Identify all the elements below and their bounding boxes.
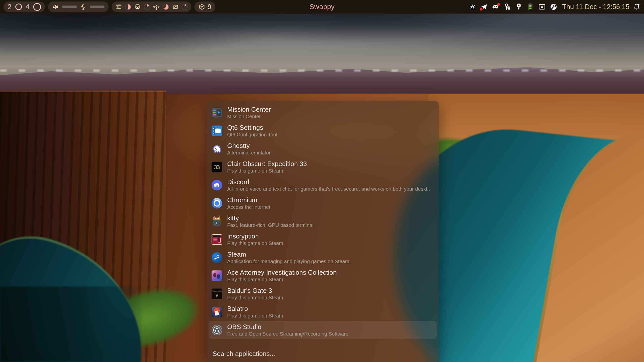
- app-name: Ghostty: [227, 142, 270, 150]
- discord-icon: [212, 180, 222, 190]
- app-description: Fast, feature-rich, GPU based terminal: [227, 222, 313, 228]
- usage-gauge-3: [163, 4, 169, 10]
- system-monitor: [112, 2, 191, 12]
- clair-33-glyph: 33: [214, 164, 220, 171]
- network-tray-icon[interactable]: [538, 3, 546, 11]
- kitty-prompt-glyph: ❯_: [215, 221, 219, 225]
- workspace-4-label[interactable]: 4: [26, 3, 30, 11]
- package-icon: [198, 4, 205, 10]
- mic-slider[interactable]: [90, 6, 105, 8]
- key-tray-icon[interactable]: [503, 3, 511, 11]
- app-name: Baldur's Gate 3: [227, 287, 283, 295]
- updates-indicator[interactable]: 9: [194, 2, 215, 12]
- app-row-baldurs-gate-3[interactable]: Baldur's Gate Baldur's Gate 3Play this g…: [209, 285, 437, 303]
- app-row-steam[interactable]: SteamApplication for managing and playin…: [209, 249, 437, 267]
- app-name: Inscryption: [227, 232, 283, 240]
- ace-attorney-icon: [212, 270, 222, 281]
- ram-icon: [172, 3, 179, 10]
- app-name: Clair Obscur: Expedition 33: [227, 160, 307, 168]
- inscryption-icon: [212, 234, 222, 245]
- battery-tray-icon[interactable]: [526, 3, 534, 11]
- qt6-settings-icon: [212, 126, 222, 136]
- audio-controls: [48, 2, 109, 12]
- desktop: 2 4: [0, 0, 644, 362]
- obs-studio-icon: [212, 325, 222, 335]
- steam-tray-icon[interactable]: [550, 3, 558, 11]
- discord-tray-icon[interactable]: [492, 3, 500, 11]
- top-bar-right: Thu 11 Dec - 12:56:15: [468, 3, 640, 11]
- app-description: Play this game on Steam: [227, 295, 283, 301]
- app-description: Access the Internet: [227, 204, 270, 210]
- workspace-dot[interactable]: [15, 4, 22, 10]
- notification-bell-icon[interactable]: [633, 3, 640, 11]
- app-row-inscryption[interactable]: InscryptionPlay this game on Steam: [209, 230, 437, 249]
- clair-obscur-icon: 33: [212, 162, 222, 172]
- app-name: Qt6 Settings: [227, 124, 277, 132]
- mission-center-icon: [212, 107, 222, 118]
- app-name: OBS Studio: [227, 323, 348, 331]
- balatro-icon: [212, 307, 222, 317]
- updates-count: 9: [208, 3, 211, 11]
- app-name: Chromium: [227, 196, 270, 204]
- ghostty-prompt-glyph: ❯_: [215, 148, 219, 151]
- app-name: kitty: [227, 214, 313, 222]
- app-row-mission-center[interactable]: Mission CenterMission Center: [209, 104, 437, 122]
- gpu-circuit-icon: [153, 3, 160, 10]
- memory-icon: [115, 3, 122, 10]
- keyhole-tray-icon[interactable]: [515, 3, 523, 11]
- app-list: Mission CenterMission Center Qt6 Setting…: [207, 104, 439, 339]
- app-description: All-in-one voice and text chat for gamer…: [227, 186, 430, 192]
- app-name: Mission Center: [227, 106, 271, 113]
- window-title: Swappy: [310, 0, 335, 14]
- steam-icon: [212, 252, 222, 263]
- usage-gauge-1: [125, 4, 131, 10]
- app-row-ace-attorney[interactable]: Ace Attorney Investigations CollectionPl…: [209, 267, 437, 285]
- app-row-clair-obscur[interactable]: 33 Clair Obscur: Expedition 33Play this …: [209, 158, 437, 176]
- steelseries-tray-icon[interactable]: [468, 3, 477, 11]
- app-name: Discord: [227, 178, 430, 186]
- microphone-icon[interactable]: [80, 3, 87, 10]
- workspace-dot-active[interactable]: [33, 3, 41, 11]
- speaker-icon[interactable]: [52, 3, 59, 10]
- app-name: Ace Attorney Investigations Collection: [227, 269, 337, 276]
- app-description: Qt6 Configuration Tool: [227, 132, 277, 138]
- chromium-icon: [212, 198, 222, 209]
- ghostty-icon: ❯_: [212, 144, 222, 154]
- app-description: Play this game on Steam: [227, 240, 283, 247]
- app-description: Play this game on Steam: [227, 276, 337, 283]
- volume-slider[interactable]: [62, 6, 77, 8]
- usage-gauge-4: [182, 4, 188, 10]
- telegram-tray-icon[interactable]: [480, 3, 488, 11]
- app-description: Mission Center: [227, 113, 271, 120]
- app-description: A terminal emulator: [227, 150, 270, 156]
- baldurs-gate-icon: Baldur's Gate: [212, 289, 222, 299]
- app-row-ghostty[interactable]: ❯_ GhosttyA terminal emulator: [209, 140, 437, 158]
- bg3-logo-text: Baldur's Gate: [212, 290, 222, 292]
- app-row-discord[interactable]: DiscordAll-in-one voice and text chat fo…: [209, 176, 437, 194]
- app-description: Play this game on Steam: [227, 168, 307, 174]
- top-bar: 2 4: [0, 0, 644, 14]
- app-row-qt6-settings[interactable]: Qt6 SettingsQt6 Configuration Tool: [209, 122, 437, 140]
- app-name: Balatro: [227, 305, 283, 313]
- usage-gauge-2: [144, 4, 150, 10]
- app-row-obs-studio[interactable]: OBS StudioFree and Open Source Streaming…: [209, 321, 437, 339]
- app-launcher: Mission CenterMission Center Qt6 Setting…: [207, 101, 439, 362]
- cpu-icon: [134, 3, 141, 10]
- clock[interactable]: Thu 11 Dec - 12:56:15: [562, 3, 629, 11]
- top-bar-left: 2 4: [4, 2, 215, 12]
- search-input[interactable]: [212, 350, 432, 358]
- app-row-kitty[interactable]: ❯_ kittyFast, feature-rich, GPU based te…: [209, 212, 437, 230]
- app-description: Play this game on Steam: [227, 313, 283, 319]
- app-row-balatro[interactable]: BalatroPlay this game on Steam: [209, 303, 437, 321]
- app-description: Free and Open Source Streaming/Recording…: [227, 331, 348, 337]
- app-row-chromium[interactable]: ChromiumAccess the Internet: [209, 194, 437, 212]
- app-name: Steam: [227, 251, 349, 258]
- kitty-icon: ❯_: [212, 216, 222, 227]
- app-description: Application for managing and playing gam…: [227, 258, 349, 265]
- workspace-2-label[interactable]: 2: [8, 3, 12, 11]
- workspaces-indicator[interactable]: 2 4: [4, 2, 45, 12]
